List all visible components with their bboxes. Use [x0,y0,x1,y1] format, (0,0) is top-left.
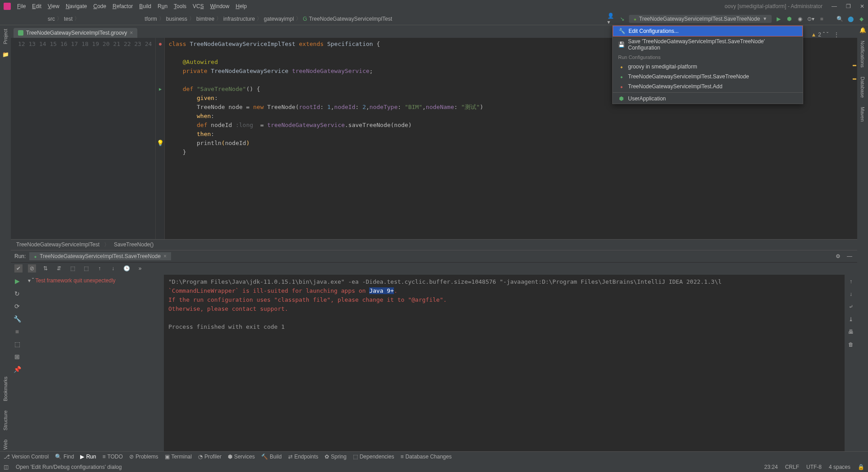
nav-bimtree[interactable]: bimtree [196,16,214,22]
build-hammer-icon[interactable]: ↘ [618,15,626,23]
status-indent[interactable]: 4 spaces [829,464,850,470]
test-history-icon[interactable]: 🕒 [122,264,131,272]
print-icon[interactable]: 🖶 [848,329,854,335]
btab-build[interactable]: 🔨 Build [261,454,282,460]
btab-problems[interactable]: ⊘ Problems [129,454,158,460]
editor-crumb-method[interactable]: SaveTreeNode() [114,241,154,248]
dropdown-item-groovy[interactable]: ⬥ groovy in smedigital-platform [613,62,803,72]
status-eol[interactable]: CRLF [785,464,799,470]
nav-business[interactable]: business [166,16,187,22]
debug-icon[interactable]: ⬢ [785,15,793,23]
tab-bookmarks[interactable]: Bookmarks [2,375,9,403]
bulb-icon[interactable]: 💡 [156,139,164,148]
folder-icon[interactable]: 📁 [2,51,9,58]
close-run-tab-icon[interactable]: × [163,253,167,259]
search-icon[interactable]: 🔍 [836,15,844,23]
next-highlight-icon[interactable]: ˇ [827,32,828,38]
btab-spring[interactable]: ✿ Spring [325,454,347,460]
dump-icon[interactable]: ⬚ [14,340,20,348]
menu-file[interactable]: File [14,2,28,10]
nav-current-file[interactable]: TreeNodeGatewayServiceImplTest [309,16,392,22]
ide-update-icon[interactable]: ⬤ [846,15,854,23]
btab-profiler[interactable]: ◔ Profiler [198,454,222,460]
menu-code[interactable]: Code [90,2,109,10]
console-output[interactable]: "D:\Program Files\Java\jdk-11.0.15.1\bin… [164,275,845,452]
btab-run[interactable]: ▶ Run [80,454,96,460]
pin-icon[interactable]: 📌 [14,366,21,373]
tool-window-icon[interactable]: ◫ [4,464,9,470]
close-tab-icon[interactable]: × [130,30,133,36]
user-icon[interactable]: 👤▾ [607,15,615,23]
test-tree[interactable]: ▾ ˇ Test framework quit unexpectedly [23,275,164,452]
tab-structure[interactable]: Structure [2,408,9,432]
ide-settings-icon[interactable]: ◆ [857,15,865,23]
nav-infrastructure[interactable]: infrastructure [223,16,255,22]
dropdown-item-userapp[interactable]: ⬢ UserApplication [613,94,803,104]
layout-icon[interactable]: ⊞ [14,353,20,360]
toggle-auto-icon[interactable]: ⟳ [14,303,20,310]
menu-edit[interactable]: Edit [29,2,44,10]
run-hide-icon[interactable]: — [845,252,854,260]
menu-vcs[interactable]: VCS [190,2,207,10]
dropdown-edit-configurations[interactable]: 🔧 Edit Configurations... [613,26,803,36]
editor-crumb-class[interactable]: TreeNodeGatewayServiceImplTest [16,241,99,248]
editor-tab[interactable]: TreeNodeGatewayServiceImplTest.groovy × [14,28,137,38]
menu-build[interactable]: Build [136,2,154,10]
stop2-icon[interactable]: ■ [15,328,19,335]
coverage-icon[interactable]: ◉ [796,15,804,23]
tab-maven[interactable]: Maven [859,105,866,123]
status-encoding[interactable]: UTF-8 [806,464,822,470]
dropdown-item-add[interactable]: ⬥ TreeNodeGatewayServiceImplTest.Add [613,82,803,91]
run-tab[interactable]: ⬥ TreeNodeGatewayServiceImplTest.SaveTre… [29,252,171,260]
tab-database[interactable]: Database [859,75,866,100]
run-line-icon[interactable]: ● [156,40,164,49]
prev-highlight-icon[interactable]: ˆ [823,32,825,38]
menu-window[interactable]: Window [208,2,232,10]
close-icon[interactable]: ✕ [860,3,864,9]
nav-platform[interactable]: tform [145,16,157,22]
lock-icon[interactable]: 🔒 [858,464,864,470]
menu-refactor[interactable]: Refactor [110,2,136,10]
wrench2-icon[interactable]: 🔧 [14,315,21,322]
profile-icon[interactable]: ⊙▾ [807,15,815,23]
tab-web[interactable]: Web [2,438,9,451]
btab-vcs[interactable]: ⎇ Version Control [4,454,49,460]
soft-wrap-icon[interactable]: ⤶ [849,304,853,310]
menu-tools[interactable]: Tools [171,2,189,10]
menu-help[interactable]: Help [233,2,249,10]
tab-project[interactable]: Project [2,27,9,46]
run-icon[interactable]: ▶ [774,15,782,23]
more-icon[interactable]: » [136,264,144,272]
nav-test[interactable]: test [64,16,72,22]
collapse-icon[interactable]: ⬚ [82,264,90,272]
minimize-icon[interactable]: — [832,3,837,9]
editor-more-icon[interactable]: ⋮ [834,32,839,38]
btab-find[interactable]: 🔍 Find [55,454,74,460]
dropdown-save-config[interactable]: 💾 Save 'TreeNodeGatewayServiceImplTest.S… [613,36,803,53]
nav-src[interactable]: src [48,16,55,22]
prev-icon[interactable]: ↑ [95,264,104,272]
run-test-icon[interactable]: ▶ [156,85,164,94]
btab-todo[interactable]: ≡ TODO [102,454,122,460]
expand-icon[interactable]: ⬚ [68,264,77,272]
scroll-end-icon[interactable]: ⤓ [849,316,853,322]
show-ignored-icon[interactable]: ⊘ [28,264,36,272]
down-icon[interactable]: ↓ [850,291,852,297]
bell-icon[interactable]: 🔔 [859,27,866,33]
clear-icon[interactable]: 🗑 [848,341,854,348]
warning-icon[interactable]: ▲ [811,32,816,38]
rerun-failed-icon[interactable]: ↻ [14,290,20,297]
rerun-icon[interactable]: ▶ [15,277,20,285]
up-icon[interactable]: ↑ [850,278,852,285]
sort-icon[interactable]: ⇅ [41,264,50,272]
run-config-selector[interactable]: ⬥ TreeNodeGatewayServiceImplTest.SaveTre… [629,15,772,23]
run-settings-icon[interactable]: ⚙ [834,252,842,260]
stop-icon[interactable]: ■ [818,15,826,23]
menu-view[interactable]: View [45,2,62,10]
tab-notifications[interactable]: Notifications [859,39,866,69]
btab-services[interactable]: ⬢ Services [228,454,255,460]
next-icon[interactable]: ↓ [109,264,117,272]
btab-dependencies[interactable]: ⬚ Dependencies [353,454,394,460]
btab-endpoints[interactable]: ⇄ Endpoints [288,454,318,460]
btab-terminal[interactable]: ▣ Terminal [165,454,192,460]
